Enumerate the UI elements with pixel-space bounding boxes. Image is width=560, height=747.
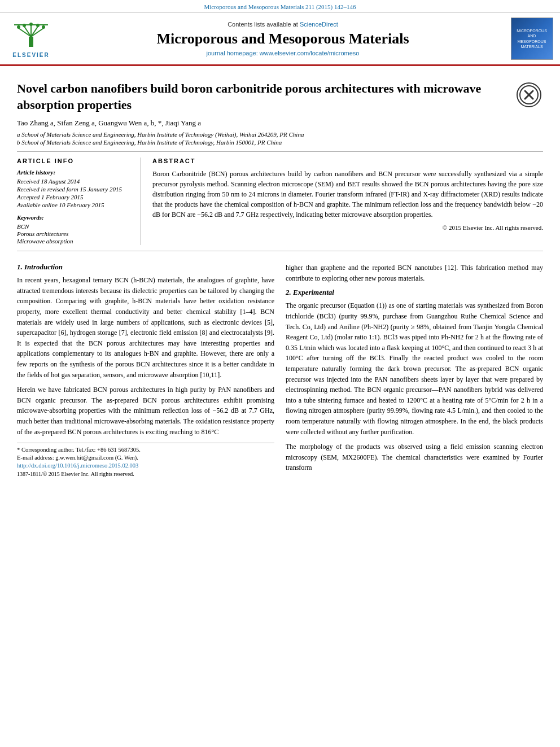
corresponding-author: * Corresponding author. Tel./fax: +86 63… — [17, 447, 274, 453]
intro-para-1: In recent years, hexagonal ternary BCN (… — [17, 275, 274, 380]
article-history-label: Article history: — [17, 169, 132, 176]
svg-line-5 — [31, 27, 38, 37]
keyword-3: Microwave absorption — [17, 238, 132, 244]
contents-available-line: Contents lists available at ScienceDirec… — [228, 21, 338, 28]
keyword-1: BCN — [17, 223, 132, 230]
body-left-col: 1. Introduction In recent years, hexagon… — [17, 263, 274, 478]
journal-icon-section: MICROPOROUS AND MESOPOROUS MATERIALS — [509, 18, 554, 60]
experimental-title: 2. Experimental — [286, 288, 543, 297]
footer-rights: 1387-1811/© 2015 Elsevier Inc. All right… — [17, 471, 274, 477]
sciencedirect-link[interactable]: ScienceDirect — [300, 21, 338, 28]
main-content: Novel carbon nanofibers build boron carb… — [0, 66, 560, 483]
doi-link[interactable]: http://dx.doi.org/10.1016/j.micromeso.20… — [17, 462, 274, 469]
email-footnote: E-mail address: g.w.wen.hit@gmail.com (G… — [17, 455, 274, 461]
svg-point-8 — [23, 24, 26, 27]
intro-para-2: Herein we have fabricated BCN porous arc… — [17, 385, 274, 437]
top-bar: Microporous and Mesoporous Materials 211… — [0, 0, 560, 13]
affiliation-b: b School of Materials Science and Engine… — [17, 139, 543, 146]
homepage-url[interactable]: www.elsevier.com/locate/micromeso — [260, 50, 360, 56]
journal-title-section: Contents lists available at ScienceDirec… — [62, 18, 504, 60]
svg-rect-0 — [29, 37, 33, 47]
keyword-2: Porous architectures — [17, 230, 132, 237]
keywords-label: Keywords: — [17, 214, 132, 221]
svg-point-11 — [42, 25, 45, 29]
journal-header: ELSEVIER Contents lists available at Sci… — [0, 13, 560, 66]
journal-homepage: journal homepage: www.elsevier.com/locat… — [207, 50, 360, 56]
journal-citation: Microporous and Mesoporous Materials 211… — [204, 3, 356, 10]
article-info-column: ARTICLE INFO Article history: Received 1… — [17, 158, 141, 245]
morphology-para: The morphology of the products was obser… — [286, 442, 543, 473]
copyright-line: © 2015 Elsevier Inc. All rights reserved… — [152, 224, 543, 231]
svg-point-10 — [36, 24, 40, 27]
footnote-section: * Corresponding author. Tel./fax: +86 63… — [17, 443, 274, 477]
abstract-text: Boron Carbonitride (BCN) porous architec… — [152, 169, 543, 220]
affiliation-a: a School of Materials Science and Engine… — [17, 131, 543, 138]
accepted-date: Accepted 1 February 2015 — [17, 194, 132, 200]
article-title-section: Novel carbon nanofibers build boron carb… — [17, 81, 543, 113]
divider-1 — [17, 151, 543, 152]
crossmark-icon — [517, 82, 541, 107]
elsevier-logo-section: ELSEVIER — [6, 18, 56, 60]
svg-line-6 — [31, 28, 43, 37]
svg-line-2 — [19, 28, 31, 37]
journal-cover-icon: MICROPOROUS AND MESOPOROUS MATERIALS — [511, 18, 553, 60]
received-date: Received 18 August 2014 — [17, 178, 132, 185]
body-two-col: 1. Introduction In recent years, hexagon… — [17, 263, 543, 478]
elsevier-wordmark: ELSEVIER — [12, 52, 49, 58]
intro-title: 1. Introduction — [17, 263, 274, 272]
crossmark-badge — [515, 81, 543, 109]
abstract-column: ABSTRACT Boron Carbonitride (BCN) porous… — [152, 158, 543, 245]
body-right-col: higher than graphene and the reported BC… — [286, 263, 543, 478]
right-intro-para: higher than graphene and the reported BC… — [286, 263, 543, 283]
divider-2 — [17, 251, 543, 251]
available-online-date: Available online 10 February 2015 — [17, 202, 132, 208]
received-revised-date: Received in revised form 15 January 2015 — [17, 186, 132, 193]
svg-point-9 — [29, 23, 33, 26]
elsevier-logo-svg — [8, 20, 54, 51]
abstract-header: ABSTRACT — [152, 158, 543, 164]
experimental-para: The organic precursor (Equation (1)) as … — [286, 300, 543, 437]
article-title: Novel carbon nanofibers build boron carb… — [17, 81, 509, 113]
authors-line: Tao Zhang a, Sifan Zeng a, Guangwu Wen a… — [17, 119, 543, 128]
journal-title: Microporous and Mesoporous Materials — [156, 30, 409, 47]
article-info-header: ARTICLE INFO — [17, 158, 132, 164]
body-section: 1. Introduction In recent years, hexagon… — [17, 263, 543, 478]
svg-point-7 — [17, 25, 20, 29]
svg-line-3 — [24, 27, 31, 37]
article-info-abstract-section: ARTICLE INFO Article history: Received 1… — [17, 158, 543, 245]
